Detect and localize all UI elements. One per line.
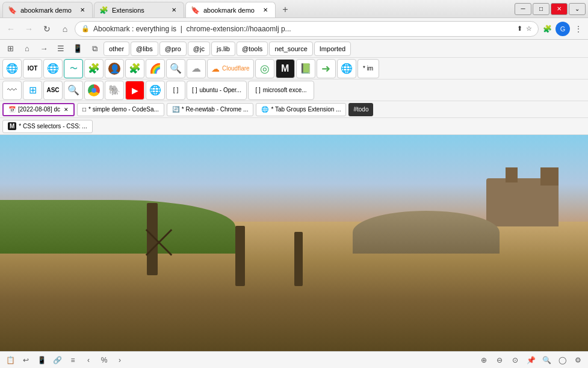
folder-pro-label: @pro xyxy=(165,45,181,52)
globe-gray-btn[interactable]: 🌐 xyxy=(337,59,356,78)
bottom-zoom-out-icon[interactable]: ⊖ xyxy=(493,354,506,367)
css-tab-title: * CSS selectors - CSS: ... xyxy=(19,123,87,129)
open-tab-dc-close[interactable]: ✕ xyxy=(64,107,69,113)
bottom-clipboard-icon[interactable]: 📋 xyxy=(4,354,17,367)
more-menu-icon[interactable]: ⋮ xyxy=(571,22,586,36)
reading-list-icon[interactable]: ☰ xyxy=(53,42,69,56)
css-tab[interactable]: M * CSS selectors - CSS: ... xyxy=(2,120,93,133)
open-tab-dc[interactable]: 📅 [2022-08-08] dc ✕ xyxy=(2,103,75,116)
bottom-next-icon[interactable]: › xyxy=(113,354,126,367)
puzzle-teal-btn[interactable]: 🧩 xyxy=(84,59,104,78)
bottom-search-icon[interactable]: 🔍 xyxy=(540,354,553,367)
home-bm-icon[interactable]: ⌂ xyxy=(19,42,35,56)
reload-button[interactable]: ↻ xyxy=(39,20,55,37)
browser-tab-2[interactable]: 🧩 Extensions ✕ xyxy=(94,2,184,17)
search2-icon-btn[interactable]: 🔍 xyxy=(64,81,83,100)
cloud-gray-btn[interactable]: ☁ xyxy=(187,59,206,78)
chevron-button[interactable]: ⌄ xyxy=(569,3,586,15)
globe3-icon-btn[interactable]: 🌐 xyxy=(146,81,165,100)
maximize-button[interactable]: □ xyxy=(533,3,549,15)
sound-icon-btn[interactable]: 〜 xyxy=(64,59,83,78)
share-icon[interactable]: ⬆ xyxy=(517,25,522,33)
bottom-percent-icon[interactable]: % xyxy=(97,354,111,367)
apps-icon[interactable]: ⊞ xyxy=(2,42,18,56)
copy-icon[interactable]: ⧉ xyxy=(87,42,102,56)
m-dark-btn[interactable]: M xyxy=(276,59,295,78)
bottom-zoom-reset-icon[interactable]: ⊙ xyxy=(509,354,522,367)
open-tab-groups[interactable]: 🌐 * Tab Groups Extension ... xyxy=(256,103,346,116)
chrome2-icon-btn[interactable] xyxy=(84,81,104,100)
folder-jslib-label: js.lib xyxy=(217,45,230,52)
globe-icon-btn[interactable]: 🌐 xyxy=(2,59,22,78)
landscape-image xyxy=(0,135,588,351)
forward-button[interactable]: → xyxy=(20,20,37,37)
minimize-button[interactable]: ─ xyxy=(515,3,531,15)
bm-folder-imported[interactable]: Imported xyxy=(314,42,351,56)
tab-close-2[interactable]: ✕ xyxy=(169,5,179,15)
profile-icon[interactable]: G xyxy=(556,22,570,36)
cloudflare-btn[interactable]: ☁ Cloudflare xyxy=(207,59,254,78)
browser-tab-3[interactable]: 🔖 abookmark demo ✕ xyxy=(185,2,276,17)
wave-icon-btn[interactable]: 〰 xyxy=(2,81,22,100)
close-button[interactable]: ✕ xyxy=(551,3,568,15)
youtube-icon-btn[interactable]: ▶ xyxy=(125,81,144,100)
bookmarks-bar: ⊞ ⌂ → ☰ 📱 ⧉ other @libs @pro @jc js.lib … xyxy=(0,40,588,58)
asc-btn[interactable]: ASC xyxy=(43,81,63,100)
folder-tools-label: @tools xyxy=(242,45,262,52)
bookmark-star-icon[interactable]: ☆ xyxy=(526,25,532,33)
bm-folder-pro[interactable]: @pro xyxy=(159,42,187,56)
rainbow-icon-btn[interactable]: 🌈 xyxy=(146,59,165,78)
tab-favicon-2: 🧩 xyxy=(99,6,108,14)
bottom-prev-icon[interactable]: ‹ xyxy=(82,354,95,367)
tab-close-3[interactable]: ✕ xyxy=(261,5,270,15)
iot-btn[interactable]: IOT xyxy=(23,59,42,78)
devices-icon[interactable]: 📱 xyxy=(70,42,85,56)
windows-icon-btn[interactable]: ⊞ xyxy=(23,81,42,100)
folder-jc-label: @jc xyxy=(193,45,205,52)
person-icon-btn[interactable]: 👤 xyxy=(105,59,124,78)
open-tab-simple[interactable]: □ * simple demo - CodeSa... xyxy=(77,103,164,116)
bottom-menu-icon[interactable]: ≡ xyxy=(66,354,79,367)
bottom-pin-icon[interactable]: 📌 xyxy=(524,354,537,367)
bm-folder-jslib[interactable]: js.lib xyxy=(211,42,235,56)
elephant-icon-btn[interactable]: 🐘 xyxy=(105,81,124,100)
bm-folder-libs[interactable]: @libs xyxy=(131,42,158,56)
address-bar[interactable]: 🔒 Abookmark : everything is | chrome-ext… xyxy=(75,21,539,37)
open-tab-simple-favicon: □ xyxy=(82,106,86,113)
tab-group: 🔖 abookmark demo ✕ 🧩 Extensions ✕ 🔖 aboo… xyxy=(0,0,515,17)
open-tab-simple-title: * simple demo - CodeSa... xyxy=(88,106,159,113)
bottom-mobile-icon[interactable]: 📱 xyxy=(35,354,48,367)
im-btn[interactable]: * im xyxy=(357,59,379,78)
browser-tab-1[interactable]: 🔖 abookmark demo ✕ xyxy=(2,2,93,17)
book-green-btn[interactable]: 📗 xyxy=(296,59,315,78)
bm-folder-other[interactable]: other xyxy=(104,42,129,56)
tab-close-1[interactable]: ✕ xyxy=(78,5,87,15)
bm-folder-tools[interactable]: @tools xyxy=(237,42,268,56)
back-button[interactable]: ← xyxy=(2,20,19,37)
open-tab-newtab[interactable]: 🔄 * Re-newtab - Chrome ... xyxy=(167,103,254,116)
bottom-zoom-in-icon[interactable]: ⊕ xyxy=(477,354,491,367)
arrow-green-btn[interactable]: ➜ xyxy=(317,59,336,78)
microsoft-btn[interactable]: [ ] microsoft exce... xyxy=(248,81,314,100)
open-tab-newtab-title: * Re-newtab - Chrome ... xyxy=(182,106,249,113)
main-content xyxy=(0,135,588,351)
home-button[interactable]: ⌂ xyxy=(57,20,73,37)
extension-icon[interactable]: 🧩 xyxy=(540,22,554,36)
bottom-link-icon[interactable]: 🔗 xyxy=(51,354,64,367)
bm-folder-netsource[interactable]: net_source xyxy=(269,42,312,56)
new-tab-button[interactable]: + xyxy=(277,2,294,17)
ubuntu-btn[interactable]: [ ] ubuntu - Oper... xyxy=(187,81,247,100)
todo-badge[interactable]: #todo xyxy=(348,103,373,116)
bottom-undo-icon[interactable]: ↩ xyxy=(19,354,32,367)
search-icon-btn[interactable]: 🔍 xyxy=(166,59,185,78)
chrome-icon-btn[interactable]: ◎ xyxy=(255,59,274,78)
bottom-settings-icon[interactable]: ⚙ xyxy=(571,354,584,367)
puzzle-blue-btn[interactable]: 🧩 xyxy=(125,59,144,78)
bm-folder-jc[interactable]: @jc xyxy=(188,42,210,56)
todo-label: #todo xyxy=(353,106,368,113)
forward-bm-icon[interactable]: → xyxy=(36,42,52,56)
open-tab-groups-title: * Tab Groups Extension ... xyxy=(271,106,341,113)
globe2-icon-btn[interactable]: 🌐 xyxy=(43,59,63,78)
bracket-icon-btn[interactable]: [ ] xyxy=(166,81,185,100)
bottom-circle-icon[interactable]: ◯ xyxy=(556,354,569,367)
